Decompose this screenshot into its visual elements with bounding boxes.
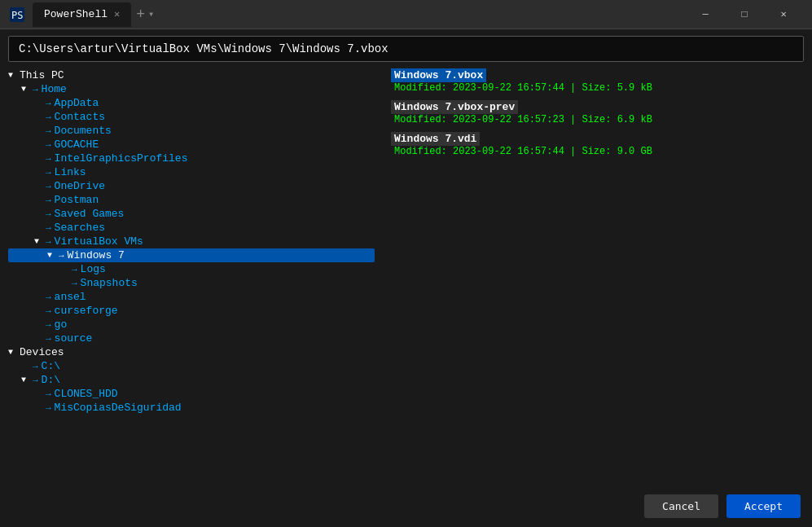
folder-icon-miscopias: →	[46, 403, 51, 413]
folder-icon-contacts: →	[46, 112, 51, 122]
file-name-0: Windows 7.vbox	[391, 68, 486, 82]
tree-arrow-this-pc: ▼	[8, 71, 18, 80]
folder-icon-searches: →	[46, 223, 51, 233]
folder-icon-curseforge: →	[46, 306, 51, 316]
tree-item-this-pc[interactable]: ▼This PC	[8, 68, 375, 82]
tree-label-d-drive: D:\	[42, 374, 60, 386]
tree-item-c-drive[interactable]: →C:\	[8, 359, 375, 373]
tree-item-source[interactable]: →source	[8, 332, 375, 345]
tab-close-button[interactable]: ✕	[114, 8, 120, 20]
file-entry-0[interactable]: Windows 7.vboxModified: 2023-09-22 16:57…	[391, 68, 804, 94]
tree-item-postman[interactable]: →Postman	[8, 193, 375, 207]
tree-arrow-virtualbox-vms: ▼	[34, 237, 44, 246]
tree-label-savedgames: Saved Games	[55, 208, 125, 220]
tree-item-devices[interactable]: ▼Devices	[8, 345, 375, 359]
folder-icon-virtualbox-vms: →	[46, 237, 51, 247]
tree-label-source: source	[55, 332, 93, 345]
tree-item-logs[interactable]: →Logs	[8, 262, 375, 276]
file-meta-0: Modified: 2023-09-22 16:57:44 | Size: 5.…	[391, 82, 804, 94]
tree-label-devices: Devices	[20, 346, 64, 358]
tree-label-logs: Logs	[81, 263, 106, 275]
close-button[interactable]: ✕	[765, 2, 802, 28]
tree-label-windows7: Windows 7	[68, 249, 125, 261]
tree-item-contacts[interactable]: →Contacts	[8, 110, 375, 124]
tree-item-snapshots[interactable]: →Snapshots	[8, 276, 375, 290]
tree-arrow-home: ▼	[21, 85, 31, 94]
tree-item-onedrive[interactable]: →OneDrive	[8, 179, 375, 193]
tree-label-home: Home	[42, 83, 67, 95]
file-name-1: Windows 7.vbox-prev	[391, 100, 518, 114]
minimize-button[interactable]: ─	[687, 2, 724, 28]
tree-arrow-devices: ▼	[8, 348, 18, 357]
tree-item-home[interactable]: ▼→Home	[8, 82, 375, 96]
folder-icon-windows7: →	[59, 251, 64, 261]
tree-label-this-pc: This PC	[20, 69, 64, 81]
tree-item-d-drive[interactable]: ▼→D:\	[8, 373, 375, 387]
folder-icon-d-drive: →	[33, 375, 38, 385]
tree-label-go: go	[55, 318, 68, 331]
folder-icon-source: →	[46, 334, 51, 344]
window-controls: ─ □ ✕	[687, 2, 802, 28]
folder-icon-go: →	[46, 320, 51, 330]
tree-arrow-d-drive: ▼	[21, 375, 31, 384]
cancel-button[interactable]: Cancel	[644, 494, 718, 518]
tree-item-ansel[interactable]: →ansel	[8, 290, 375, 304]
tree-arrow-windows7: ▼	[47, 251, 57, 260]
new-tab-button[interactable]: +	[136, 7, 145, 23]
tree-item-curseforge[interactable]: →curseforge	[8, 304, 375, 318]
tree-label-gocache: GOCACHE	[55, 138, 99, 151]
tree-label-links: Links	[55, 166, 86, 178]
file-name-2: Windows 7.vdi	[391, 132, 480, 146]
tree-label-clones-hdd: CLONES_HDD	[55, 388, 118, 400]
folder-icon-documents: →	[46, 126, 51, 136]
tree-label-searches: Searches	[55, 222, 105, 234]
folder-icon-home: →	[33, 85, 38, 94]
tree-label-postman: Postman	[55, 194, 99, 206]
tree-item-gocache[interactable]: →GOCACHE	[8, 138, 375, 152]
accept-button[interactable]: Accept	[726, 494, 801, 518]
folder-icon-gocache: →	[46, 140, 51, 150]
folder-icon-onedrive: →	[46, 182, 51, 191]
file-meta-1: Modified: 2023-09-22 16:57:23 | Size: 6.…	[391, 114, 804, 125]
tree-item-clones-hdd[interactable]: →CLONES_HDD	[8, 387, 375, 401]
titlebar: PS PowerShell ✕ + ▾ ─ □ ✕	[0, 0, 812, 29]
folder-icon-postman: →	[46, 195, 51, 205]
maximize-button[interactable]: □	[726, 2, 763, 28]
tree-label-snapshots: Snapshots	[81, 277, 138, 289]
tree-panel: ▼This PC▼→Home→AppData→Contacts→Document…	[8, 68, 383, 483]
tree-label-appdata: AppData	[55, 97, 99, 109]
folder-icon-ansel: →	[46, 292, 51, 302]
folder-icon-logs: →	[72, 265, 77, 274]
tree-label-ansel: ansel	[55, 291, 86, 303]
tree-item-virtualbox-vms[interactable]: ▼→VirtualBox VMs	[8, 235, 375, 248]
app-icon: PS	[10, 7, 24, 22]
tree-item-go[interactable]: →go	[8, 318, 375, 332]
tree-label-intelgraphicsprofiles: IntelGraphicsProfiles	[55, 152, 188, 165]
tree-label-c-drive: C:\	[42, 360, 60, 372]
file-entry-2[interactable]: Windows 7.vdiModified: 2023-09-22 16:57:…	[391, 132, 804, 157]
tree-item-searches[interactable]: →Searches	[8, 221, 375, 235]
tree-item-appdata[interactable]: →AppData	[8, 96, 375, 110]
main-area: ▼This PC▼→Home→AppData→Contacts→Document…	[0, 68, 812, 483]
file-entry-1[interactable]: Windows 7.vbox-prevModified: 2023-09-22 …	[391, 100, 804, 125]
folder-icon-snapshots: →	[72, 279, 77, 288]
tree-item-links[interactable]: →Links	[8, 165, 375, 179]
tree-item-intelgraphicsprofiles[interactable]: →IntelGraphicsProfiles	[8, 152, 375, 165]
svg-text:PS: PS	[11, 10, 23, 21]
tab-powershell[interactable]: PowerShell ✕	[33, 2, 131, 27]
tree-label-contacts: Contacts	[55, 111, 105, 123]
tree-label-documents: Documents	[55, 125, 112, 137]
folder-icon-clones-hdd: →	[46, 389, 51, 399]
tree-item-miscopias[interactable]: →MisCopiasDeSiguridad	[8, 401, 375, 415]
path-input[interactable]: C:\Users\artur\VirtualBox VMs\Windows 7\…	[8, 36, 804, 62]
tree-label-onedrive: OneDrive	[55, 180, 105, 192]
tree-item-documents[interactable]: →Documents	[8, 124, 375, 138]
folder-icon-c-drive: →	[33, 362, 38, 371]
folder-icon-links: →	[46, 168, 51, 178]
tab-dropdown-button[interactable]: ▾	[148, 8, 154, 20]
file-meta-2: Modified: 2023-09-22 16:57:44 | Size: 9.…	[391, 146, 804, 157]
file-panel: Windows 7.vboxModified: 2023-09-22 16:57…	[383, 68, 804, 483]
tab-label: PowerShell	[44, 8, 108, 20]
tree-item-savedgames[interactable]: →Saved Games	[8, 207, 375, 221]
tree-item-windows7[interactable]: ▼→Windows 7	[8, 248, 375, 262]
